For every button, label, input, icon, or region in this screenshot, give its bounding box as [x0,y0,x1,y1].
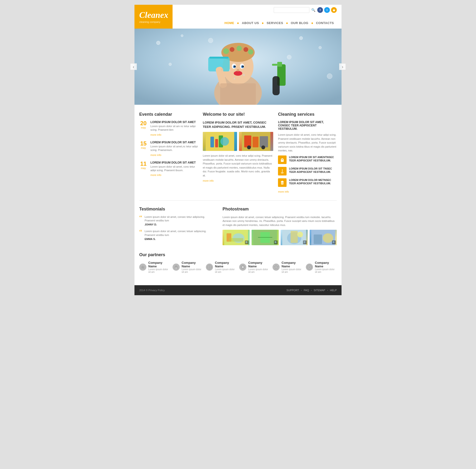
event-title-1: LOREM IPSUM DOLOR SIT AMET [150,120,198,124]
svg-point-46 [247,146,251,149]
footer: 2014 © Privacy Policy SUPPORT • FAQ • SI… [134,285,342,295]
partner-info-1: Company Name Lorem ipsum dolor sit am [148,261,170,273]
event-item-3: 11 may LOREM IPSUM DOLOR SIT AMET Lorem … [139,161,198,177]
footer-link-help[interactable]: HELP [330,289,337,292]
svg-rect-52 [281,182,283,184]
cleaning-cart-svg [239,132,273,151]
footer-links: SUPPORT • FAQ • SITEMAP • HELP [286,289,337,292]
partner-name-5: Company Name [281,261,303,268]
logo-text[interactable]: Cleanex [139,10,168,20]
header-right: 🔍 f t ◆ HOME ◆ ABOUT US ◆ SERVICES ◆ OUR… [173,5,342,29]
event-more-3[interactable]: more info [150,174,161,176]
cleaning-intro: LOREM IPSUM DOLOR SIT AMET, CONSEC TEER … [278,120,337,131]
svg-point-14 [237,46,242,51]
facebook-icon[interactable]: f [317,7,323,13]
svg-point-12 [223,48,229,54]
logo-box: Cleanex cleaning company [134,5,173,29]
svg-rect-43 [244,135,251,147]
welcome-more[interactable]: more info [203,179,273,182]
search-input[interactable] [274,7,309,13]
svg-point-67 [297,232,303,237]
partner-desc-2: Lorem ipsum dolor sit am [181,268,203,273]
svg-rect-66 [291,231,298,243]
svg-rect-21 [272,64,277,66]
nav-contacts[interactable]: CONTACTS [313,20,337,26]
event-more-2[interactable]: more info [150,153,161,156]
nav-about[interactable]: ABOUT US [239,20,262,26]
nav-blog[interactable]: OUR BLOG [288,20,311,26]
twitter-icon[interactable]: t [324,7,330,13]
event-content-1: LOREM IPSUM DOLOR SIT AMET Lorem ipsum d… [150,120,198,136]
event-date-3: 11 may [139,161,148,177]
nav-services[interactable]: SERVICES [264,20,286,26]
svg-point-3 [208,38,213,43]
partner-desc-5: Lorem ipsum dolor sit am [281,268,303,273]
event-month-1: may [139,126,148,129]
photo-thumb-1[interactable]: 🔍 [223,230,250,245]
event-date-1: 20 may [139,120,148,136]
partner-icon-1 [139,264,146,271]
hero-image [134,29,342,105]
event-item-2: 15 may LOREM IPSUM DOLOR SIT AMET Lorem … [139,141,198,157]
three-columns: Events calendar 20 may LOREM IPSUM DOLOR… [139,112,337,193]
svg-point-1 [156,41,160,45]
service-icon-3 [278,178,287,187]
event-content-2: LOREM IPSUM DOLOR SIT AMET Lorem ipsum d… [150,141,198,157]
search-icon[interactable]: 🔍 [311,8,315,12]
partner-name-6: Company Name [315,261,337,268]
svg-rect-38 [210,137,214,147]
event-desc-3: Lorem ipsum dolor sit amet, conc tetur a… [150,165,198,172]
svg-rect-49 [281,160,283,160]
event-date-2: 15 may [139,141,148,157]
testimonial-text-1: Lorem ipsum dolor sit amet, consec tetur… [145,215,215,223]
svg-point-47 [261,146,265,149]
footer-link-sitemap[interactable]: SITEMAP [314,289,325,292]
testimonial-content-1: Lorem ipsum dolor sit amet, consec tetur… [145,215,215,226]
svg-rect-39 [215,139,218,147]
footer-link-support[interactable]: SUPPORT [286,289,299,292]
partner-desc-1: Lorem ipsum dolor sit am [148,268,170,273]
svg-point-36 [234,78,235,80]
testimonial-text-2: Lorem ipsum dolor sit amet, consec tetue… [145,230,215,237]
svg-point-28 [234,66,236,67]
event-content-3: LOREM IPSUM DOLOR SIT AMET Lorem ipsum d… [150,161,198,177]
photo-thumb-3[interactable]: 🔍 [281,230,308,245]
partner-icon-6 [306,264,313,271]
partner-icon-4 [239,264,246,271]
svg-point-5 [319,46,322,49]
event-title-3: LOREM IPSUM DOLOR SIT AMET [150,161,198,164]
svg-rect-69 [314,234,322,244]
rss-icon[interactable]: ◆ [331,7,337,13]
partner-info-2: Company Name Lorem ipsum dolor sit am [181,261,203,273]
event-day-1: 20 [139,120,148,126]
svg-point-32 [221,68,223,71]
cleaning-column: Cleaning services LOREM IPSUM DOLOR SIT … [278,112,337,193]
svg-point-41 [220,137,229,146]
partner-item-4: Company Name Lorem ipsum dolor sit am [239,261,270,273]
partner-info-3: Company Name Lorem ipsum dolor sit am [215,261,237,273]
svg-point-2 [181,34,183,37]
svg-point-29 [242,66,244,67]
photo-thumb-4[interactable]: 🔍 [310,230,337,245]
hero-prev-button[interactable]: ‹ [130,63,137,70]
footer-link-faq[interactable]: FAQ [304,289,309,292]
event-more-1[interactable]: more info [150,133,161,136]
nav-home[interactable]: HOME [222,20,237,26]
service-icon-1 [278,155,287,164]
hero-next-button[interactable]: › [339,63,346,70]
photo-zoom-3: 🔍 [303,240,307,244]
cleaning-more[interactable]: more info [278,190,289,193]
event-month-2: may [139,146,148,149]
partner-name-1: Company Name [148,261,170,268]
event-desc-2: Lorem ipsum dolor sit amet,nc tetur adip… [150,145,198,152]
service-text-2: LOREM IPSUM DOLOR SIT TNSEC TEER ADIPISC… [289,167,337,174]
logo-subtitle: cleaning company [139,20,168,23]
photo-thumb-2[interactable]: 🔍 [252,230,279,245]
partner-name-3: Company Name [215,261,237,268]
svg-point-35 [244,74,245,76]
svg-marker-78 [274,265,278,269]
partner-desc-4: Lorem ipsum dolor sit am [248,268,270,273]
svg-point-7 [169,63,172,66]
event-item-1: 20 may LOREM IPSUM DOLOR SIT AMET Lorem … [139,120,198,136]
welcome-title: Welcome to our site! [203,112,273,117]
